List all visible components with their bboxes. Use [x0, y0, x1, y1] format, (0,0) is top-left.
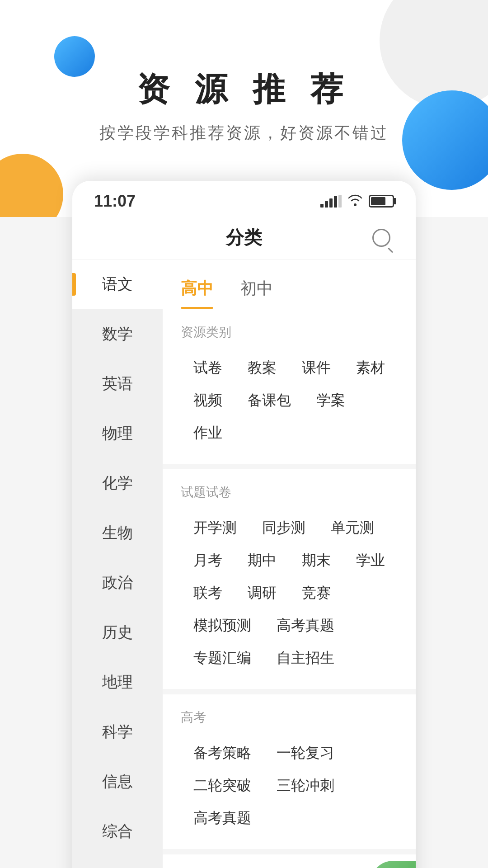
sidebar-item-yingyu[interactable]: 英语	[72, 359, 163, 409]
gaokao-label: 高考	[181, 709, 398, 726]
hero-subtitle: 按学段学科推荐资源，好资源不错过	[0, 122, 488, 144]
hero-title: 资 源 推 荐	[0, 68, 488, 111]
tag-shipin[interactable]: 视频	[181, 384, 235, 417]
resource-type-tags: 试卷 教案 课件 素材 视频 备课包 学案 作业	[181, 352, 398, 449]
gaokao-tags: 备考策略 一轮复习 二轮突破 三轮冲刺 高考真题	[181, 737, 398, 835]
resource-type-label: 资源类别	[181, 324, 398, 341]
tag-zuoye[interactable]: 作业	[181, 417, 235, 449]
tag-diaoyan[interactable]: 调研	[235, 577, 289, 609]
exam-type-tags: 开学测 同步测 单元测 月考 期中 期末 学业 联考 调研 竞赛 模拟预测 高考…	[181, 512, 398, 675]
tag-moniyuce[interactable]: 模拟预测	[181, 609, 264, 642]
exam-type-section: 试题试卷 开学测 同步测 单元测 月考 期中 期末 学业 联考 调研 竞赛 模拟…	[163, 469, 416, 694]
battery-icon	[369, 195, 394, 208]
tag-liankao[interactable]: 联考	[181, 577, 235, 609]
search-button[interactable]	[369, 225, 394, 250]
right-content: 高中 初中 资源类别 试卷 教案 课件 素材 视频 备课包 学案 作业	[163, 259, 416, 868]
level-tabs: 高中 初中	[163, 259, 416, 309]
tab-chuzhong[interactable]: 初中	[240, 270, 273, 309]
tag-sanlun-chongci[interactable]: 三轮冲刺	[264, 769, 347, 802]
tab-gaozhong[interactable]: 高中	[181, 270, 213, 309]
signal-icon	[320, 195, 342, 208]
sidebar-item-shuxue[interactable]: 数学	[72, 309, 163, 359]
sidebar-item-zhengzhi[interactable]: 政治	[72, 558, 163, 608]
status-icons	[320, 193, 394, 209]
bottom-decoration	[361, 852, 416, 868]
sidebar-item-zonghe[interactable]: 综合	[72, 807, 163, 856]
tag-yilun-fuxi[interactable]: 一轮复习	[264, 737, 347, 769]
gaokao-section: 高考 备考策略 一轮复习 二轮突破 三轮冲刺 高考真题	[163, 694, 416, 854]
sidebar-item-kexue[interactable]: 科学	[72, 707, 163, 757]
status-time: 11:07	[94, 192, 136, 211]
exam-type-label: 试题试卷	[181, 484, 398, 501]
left-sidebar: 语文 数学 英语 物理 化学 生物 政治 历史 地理 科学 信息 综合 其他	[72, 259, 163, 868]
sidebar-item-shengwu[interactable]: 生物	[72, 508, 163, 558]
sidebar-item-huaxue[interactable]: 化学	[72, 458, 163, 508]
tag-yuekao[interactable]: 月考	[181, 544, 235, 577]
tag-tongbuce[interactable]: 同步测	[249, 512, 318, 544]
sidebar-item-dili[interactable]: 地理	[72, 657, 163, 707]
tag-jingsai[interactable]: 竞赛	[289, 577, 343, 609]
sidebar-item-xinxi[interactable]: 信息	[72, 757, 163, 807]
tag-qizhong[interactable]: 期中	[235, 544, 289, 577]
tag-kejian[interactable]: 课件	[289, 352, 343, 384]
nav-title: 分类	[226, 225, 262, 250]
bg-decoration-left	[0, 154, 63, 217]
tag-xuean[interactable]: 学案	[304, 384, 358, 417]
sidebar-item-yuwen[interactable]: 语文	[72, 259, 163, 309]
main-content: 语文 数学 英语 物理 化学 生物 政治 历史 地理 科学 信息 综合 其他 高…	[72, 259, 416, 868]
tag-beikao-celue[interactable]: 备考策略	[181, 737, 264, 769]
wifi-icon	[347, 193, 363, 209]
tag-beikebao[interactable]: 备课包	[235, 384, 304, 417]
sidebar-item-wuli[interactable]: 物理	[72, 409, 163, 458]
phone-frame: 11:07 分类	[72, 181, 416, 868]
search-icon	[372, 229, 390, 247]
status-bar: 11:07	[72, 181, 416, 216]
sidebar-item-lishi[interactable]: 历史	[72, 608, 163, 657]
tag-sucai[interactable]: 素材	[343, 352, 398, 384]
tag-jiaoan[interactable]: 教案	[235, 352, 289, 384]
tag-shijuan[interactable]: 试卷	[181, 352, 235, 384]
top-nav: 分类	[72, 216, 416, 259]
tag-zhuantihuibian[interactable]: 专题汇编	[181, 642, 264, 675]
tag-xueye[interactable]: 学业	[343, 544, 398, 577]
resource-type-section: 资源类别 试卷 教案 课件 素材 视频 备课包 学案 作业	[163, 309, 416, 469]
tag-gaokao-zhenti2[interactable]: 高考真题	[181, 802, 264, 835]
tag-kaixuece[interactable]: 开学测	[181, 512, 249, 544]
sidebar-item-qita[interactable]: 其他	[72, 856, 163, 868]
tag-erlun-tupo[interactable]: 二轮突破	[181, 769, 264, 802]
tag-zizhuzhaosheng[interactable]: 自主招生	[264, 642, 347, 675]
tag-gaokao-zhenti[interactable]: 高考真题	[264, 609, 347, 642]
tag-qimo[interactable]: 期末	[289, 544, 343, 577]
tag-danyuance[interactable]: 单元测	[318, 512, 387, 544]
